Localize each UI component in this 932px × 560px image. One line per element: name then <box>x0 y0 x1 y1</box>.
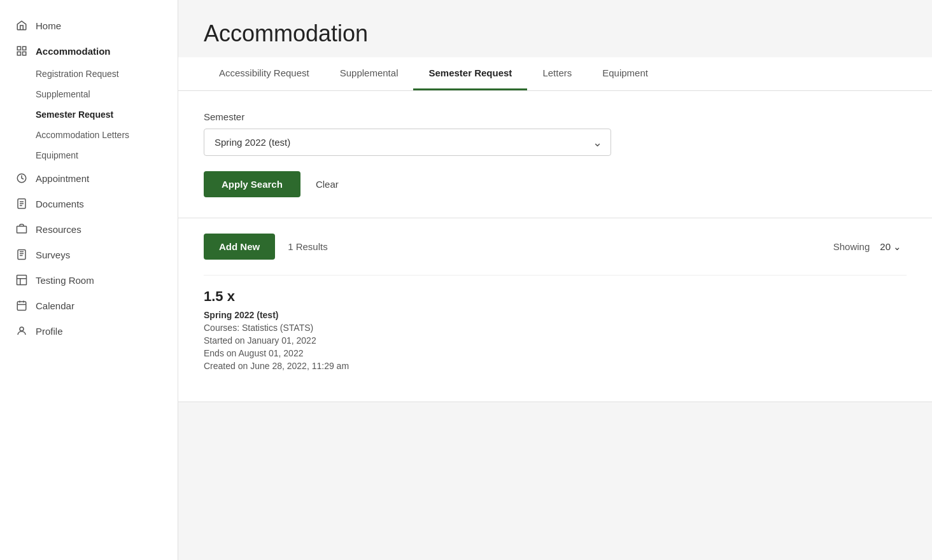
calendar-icon <box>15 299 28 312</box>
testing-room-icon <box>15 274 28 286</box>
sidebar: Home Accommodation Registration Request … <box>0 0 178 560</box>
appointment-icon <box>15 172 28 185</box>
tab-letters[interactable]: Letters <box>527 57 587 90</box>
sidebar-item-calendar-label: Calendar <box>36 300 74 311</box>
sidebar-item-testing-room-label: Testing Room <box>36 275 94 286</box>
sidebar-sub-supplemental[interactable]: Supplemental <box>0 84 178 104</box>
home-icon <box>15 19 28 32</box>
clear-button[interactable]: Clear <box>311 171 344 197</box>
documents-icon <box>15 197 28 210</box>
results-right: Showing 20 ⌄ <box>833 239 907 255</box>
sidebar-sub-semester-request[interactable]: Semester Request <box>0 104 178 125</box>
result-multiplier: 1.5 x <box>204 288 907 305</box>
svg-rect-14 <box>17 276 27 285</box>
sidebar-item-accommodation-label: Accommodation <box>36 46 111 57</box>
sidebar-item-home[interactable]: Home <box>0 13 178 38</box>
result-courses: Courses: Statistics (STATS) <box>204 323 907 333</box>
results-left: Add New 1 Results <box>204 234 328 260</box>
search-button-row: Apply Search Clear <box>204 171 907 197</box>
showing-value: 20 <box>880 241 891 252</box>
sidebar-sub-accommodation-letters[interactable]: Accommodation Letters <box>0 125 178 145</box>
sidebar-sub-equipment[interactable]: Equipment <box>0 145 178 165</box>
sidebar-item-accommodation[interactable]: Accommodation <box>0 38 178 64</box>
result-semester: Spring 2022 (test) <box>204 310 907 320</box>
main-content: Accommodation Accessibility Request Supp… <box>178 0 932 560</box>
sidebar-item-documents-label: Documents <box>36 199 84 209</box>
results-count: 1 Results <box>288 241 328 252</box>
showing-dropdown[interactable]: 20 ⌄ <box>875 239 907 255</box>
tab-semester-request[interactable]: Semester Request <box>413 57 527 90</box>
sidebar-item-profile-label: Profile <box>36 326 63 337</box>
sidebar-item-surveys[interactable]: Surveys <box>0 242 178 267</box>
result-created: Created on June 28, 2022, 11:29 am <box>204 361 907 371</box>
sidebar-item-calendar[interactable]: Calendar <box>0 293 178 318</box>
svg-rect-17 <box>17 302 26 311</box>
svg-rect-9 <box>17 227 27 234</box>
result-started: Started on January 01, 2022 <box>204 335 907 346</box>
profile-icon <box>15 325 28 337</box>
tabs-container: Accessibility Request Supplemental Semes… <box>178 57 932 91</box>
result-item: 1.5 x Spring 2022 (test) Courses: Statis… <box>204 275 907 386</box>
sidebar-item-resources-label: Resources <box>36 224 81 235</box>
resources-icon <box>15 223 28 235</box>
semester-label: Semester <box>204 111 907 122</box>
tab-supplemental[interactable]: Supplemental <box>325 57 414 90</box>
add-new-button[interactable]: Add New <box>204 234 275 260</box>
tab-equipment[interactable]: Equipment <box>587 57 663 90</box>
svg-rect-2 <box>17 52 20 55</box>
results-header: Add New 1 Results Showing 20 ⌄ <box>204 234 907 260</box>
chevron-down-icon: ⌄ <box>893 241 901 253</box>
sidebar-item-home-label: Home <box>36 20 61 31</box>
page-header: Accommodation <box>178 0 932 57</box>
semester-select-wrapper: Spring 2022 (test) Fall 2022 Spring 2023… <box>204 129 611 156</box>
sidebar-item-testing-room[interactable]: Testing Room <box>0 267 178 293</box>
showing-label: Showing <box>833 241 870 252</box>
svg-rect-3 <box>23 52 26 55</box>
results-area: Add New 1 Results Showing 20 ⌄ 1.5 x Spr… <box>178 218 932 402</box>
apply-search-button[interactable]: Apply Search <box>204 171 300 197</box>
semester-select[interactable]: Spring 2022 (test) Fall 2022 Spring 2023 <box>204 129 611 156</box>
sidebar-item-profile[interactable]: Profile <box>0 318 178 344</box>
sidebar-item-documents[interactable]: Documents <box>0 191 178 216</box>
sidebar-item-appointment[interactable]: Appointment <box>0 165 178 191</box>
sidebar-sub-registration-request[interactable]: Registration Request <box>0 64 178 84</box>
search-area: Semester Spring 2022 (test) Fall 2022 Sp… <box>178 91 932 218</box>
tab-accessibility-request[interactable]: Accessibility Request <box>204 57 325 90</box>
surveys-icon <box>15 248 28 261</box>
sidebar-item-surveys-label: Surveys <box>36 249 70 260</box>
accommodation-icon <box>15 45 28 57</box>
svg-rect-1 <box>23 46 26 50</box>
svg-point-21 <box>20 327 24 331</box>
sidebar-item-appointment-label: Appointment <box>36 173 89 184</box>
sidebar-item-resources[interactable]: Resources <box>0 216 178 242</box>
page-title: Accommodation <box>204 20 907 47</box>
result-ends: Ends on August 01, 2022 <box>204 348 907 358</box>
svg-rect-0 <box>17 46 20 50</box>
